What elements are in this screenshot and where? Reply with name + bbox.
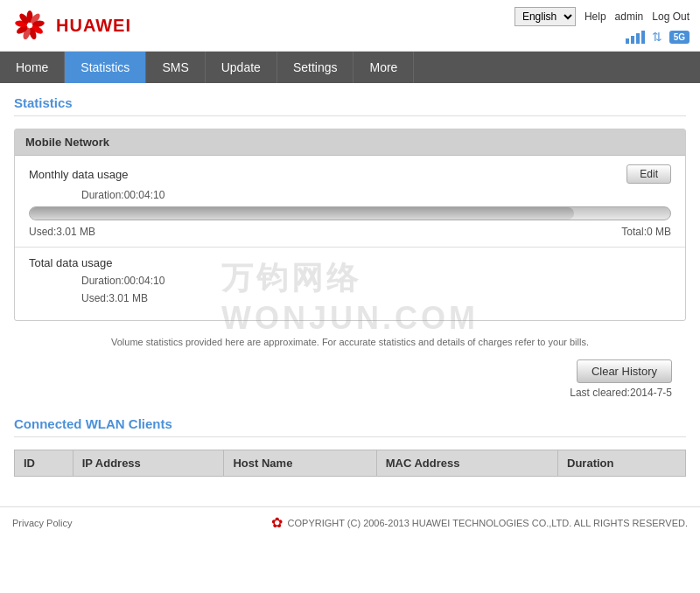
nav-more[interactable]: More <box>354 52 414 83</box>
total-duration: Duration:00:04:10 <box>81 275 671 287</box>
clear-history-area: Clear History Last cleared:2014-7-5 <box>14 354 686 402</box>
nav-settings[interactable]: Settings <box>277 52 354 83</box>
col-ip: IP Address <box>73 450 224 477</box>
footer-logo: ✿ COPYRIGHT (C) 2006-2013 HUAWEI TECHNOL… <box>271 514 688 531</box>
mobile-network-header: Mobile Network <box>15 129 685 156</box>
col-hostname: Host Name <box>224 450 376 477</box>
monthly-progress-fill <box>30 207 574 220</box>
privacy-policy-link[interactable]: Privacy Policy <box>12 518 72 528</box>
total-used: Used:3.01 MB <box>81 292 671 304</box>
col-mac: MAC Address <box>376 450 557 477</box>
mobile-network-box: Mobile Network Monthly data usage Edit D… <box>14 129 686 321</box>
nav-sms[interactable]: SMS <box>146 52 205 83</box>
transfer-arrows-icon: ⇅ <box>652 30 662 44</box>
header: HUAWEI English Help admin Log Out ⇅ 5G <box>0 0 700 52</box>
header-right: English Help admin Log Out ⇅ 5G <box>514 7 690 44</box>
total-label: Total data usage <box>29 256 671 269</box>
col-duration: Duration <box>558 450 686 477</box>
wlan-title: Connected WLAN Clients <box>14 416 686 437</box>
wlan-section: Connected WLAN Clients ID IP Address Hos… <box>14 416 686 477</box>
huawei-logo-icon <box>10 10 49 41</box>
monthly-total: Total:0 MB <box>621 226 671 238</box>
monthly-usage-header: Monthly data usage Edit <box>29 164 671 184</box>
edit-button[interactable]: Edit <box>626 164 671 184</box>
header-top-row: English Help admin Log Out <box>514 7 690 26</box>
logo-text: HUAWEI <box>56 16 131 36</box>
logout-link[interactable]: Log Out <box>652 10 690 23</box>
note-text: Volume statistics provided here are appr… <box>14 330 686 354</box>
logo-area: HUAWEI <box>10 10 131 41</box>
monthly-label: Monthly data usage <box>29 168 128 181</box>
wlan-table: ID IP Address Host Name MAC Address Dura… <box>14 450 686 477</box>
monthly-usage-section: Monthly data usage Edit Duration:00:04:1… <box>15 164 685 238</box>
nav-statistics[interactable]: Statistics <box>65 52 146 83</box>
section-divider <box>15 247 685 248</box>
monthly-used: Used:3.01 MB <box>29 226 95 238</box>
admin-label: admin <box>615 10 644 23</box>
page-title: Statistics <box>14 95 686 116</box>
wlan-table-header-row: ID IP Address Host Name MAC Address Dura… <box>15 450 686 477</box>
clear-history-button[interactable]: Clear History <box>577 359 672 383</box>
monthly-progress-bar <box>29 206 671 220</box>
header-icons: ⇅ 5G <box>626 30 690 44</box>
language-select[interactable]: English <box>514 7 576 26</box>
signal-strength-icon <box>626 31 645 44</box>
col-id: ID <box>15 450 74 477</box>
last-cleared-text: Last cleared:2014-7-5 <box>570 387 672 399</box>
network-type-badge: 5G <box>669 31 690 44</box>
monthly-duration: Duration:00:04:10 <box>81 189 671 201</box>
nav-home[interactable]: Home <box>0 52 65 83</box>
monthly-stats: Used:3.01 MB Total:0 MB <box>29 226 671 238</box>
help-link[interactable]: Help <box>584 10 606 23</box>
main-nav: Home Statistics SMS Update Settings More <box>0 52 700 83</box>
footer-huawei-icon: ✿ <box>271 514 283 531</box>
total-usage-section: Total data usage Duration:00:04:10 Used:… <box>15 256 685 304</box>
page-content: Statistics Mobile Network Monthly data u… <box>0 83 700 489</box>
footer: Privacy Policy ✿ COPYRIGHT (C) 2006-2013… <box>0 506 700 538</box>
footer-copyright: COPYRIGHT (C) 2006-2013 HUAWEI TECHNOLOG… <box>288 518 688 528</box>
nav-update[interactable]: Update <box>206 52 277 83</box>
